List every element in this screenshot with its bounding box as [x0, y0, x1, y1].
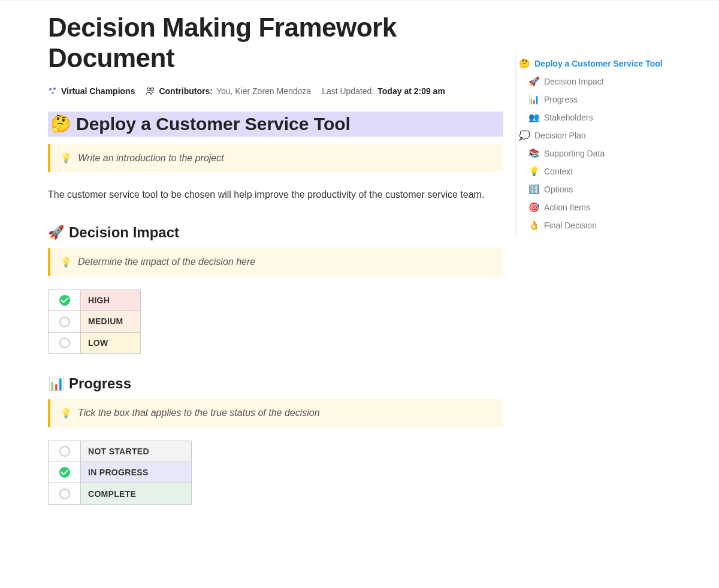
hint-callout-progress[interactable]: 💡 Tick the box that applies to the true … — [48, 399, 503, 427]
outline-item[interactable]: 📊Progress — [516, 91, 671, 108]
outline-item-icon: 👌 — [528, 220, 539, 231]
hint-text-intro: Write an introduction to the project — [78, 153, 224, 164]
team-name: Virtual Champions — [61, 86, 135, 96]
checkbox-cell[interactable] — [49, 483, 81, 504]
updated-chunk: Last Updated: Today at 2:09 am — [322, 86, 445, 96]
svg-point-0 — [49, 88, 52, 91]
meta-row: Virtual Champions Contributors: You, Kie… — [48, 86, 503, 96]
team-chunk[interactable]: Virtual Champions — [48, 86, 135, 96]
outline-item[interactable]: 💭Decision Plan — [516, 126, 671, 144]
outline-item[interactable]: 👌Final Decision — [516, 216, 671, 234]
bulb-icon: 💡 — [60, 152, 72, 164]
section-heading-progress: 📊 Progress — [48, 375, 503, 392]
table-row: COMPLETE — [49, 483, 192, 504]
hint-text-progress: Tick the box that applies to the true st… — [78, 408, 320, 418]
outline-item[interactable]: 🔢Options — [516, 180, 671, 198]
outline-item-label: Context — [544, 167, 573, 176]
outline-item-icon: 💭 — [519, 130, 530, 141]
contributors-chunk[interactable]: Contributors: You, Kier Zoren Mendoza — [146, 86, 311, 96]
section-banner-deploy: 🤔 Deploy a Customer Service Tool — [48, 111, 503, 137]
outline-item-label: Decision Impact — [544, 77, 604, 86]
check-circle-icon[interactable] — [59, 489, 70, 499]
checkbox-cell[interactable] — [49, 441, 81, 462]
table-row: IN PROGRESS — [49, 462, 192, 483]
team-icon — [48, 86, 58, 96]
section-heading-impact: 🚀 Decision Impact — [48, 224, 503, 241]
table-row: HIGH — [49, 290, 141, 310]
outline-item-label: Supporting Data — [544, 149, 605, 158]
choice-label: MEDIUM — [81, 311, 141, 332]
checkbox-cell[interactable] — [49, 290, 81, 310]
outline-item-label: Progress — [544, 95, 578, 104]
choice-label: NOT STARTED — [81, 441, 192, 462]
outline-item-icon: 🎯 — [528, 202, 539, 213]
choice-label: COMPLETE — [81, 483, 192, 504]
outline-item[interactable]: 🚀Decision Impact — [516, 73, 671, 91]
check-circle-checked-icon[interactable] — [59, 295, 70, 306]
svg-point-1 — [53, 88, 56, 90]
outline-item-label: Final Decision — [544, 221, 597, 230]
hint-callout-impact[interactable]: 💡 Determine the impact of the decision h… — [48, 248, 503, 276]
checkbox-cell[interactable] — [49, 332, 81, 353]
contributors-value: You, Kier Zoren Mendoza — [216, 86, 311, 96]
intro-paragraph[interactable]: The customer service tool to be chosen w… — [48, 188, 503, 203]
svg-point-4 — [151, 88, 154, 91]
page-title: Decision Making Framework Document — [48, 13, 503, 73]
outline-item-icon: 🔢 — [528, 184, 539, 195]
impact-table: HIGHMEDIUMLOW — [48, 290, 141, 354]
updated-label: Last Updated: — [322, 86, 374, 96]
choice-label: LOW — [81, 332, 141, 353]
impact-heading-text: Decision Impact — [69, 224, 179, 241]
thinking-icon: 🤔 — [50, 116, 71, 132]
bulb-icon: 💡 — [60, 257, 72, 268]
checkbox-cell[interactable] — [49, 311, 81, 332]
outline-item-icon: 📊 — [528, 94, 539, 105]
check-circle-checked-icon[interactable] — [59, 467, 70, 478]
hint-callout-intro[interactable]: 💡 Write an introduction to the project — [48, 144, 503, 172]
check-circle-icon[interactable] — [59, 337, 70, 348]
svg-point-2 — [52, 92, 54, 94]
contributors-label: Contributors: — [159, 86, 212, 96]
outline-item-icon: 💡 — [528, 166, 539, 177]
outline-item-icon: 🤔 — [519, 58, 530, 69]
document-outline: 🤔Deploy a Customer Service Tool🚀Decision… — [515, 55, 671, 234]
outline-item[interactable]: 👥Stakeholders — [516, 108, 671, 126]
outline-item-label: Action Items — [544, 203, 590, 212]
outline-item[interactable]: 🤔Deploy a Customer Service Tool — [516, 55, 671, 73]
outline-item-label: Stakeholders — [544, 113, 593, 122]
table-row: MEDIUM — [49, 311, 141, 332]
table-row: LOW — [49, 332, 141, 353]
outline-item-icon: 📚 — [528, 148, 539, 159]
choice-label: IN PROGRESS — [81, 462, 192, 483]
updated-value: Today at 2:09 am — [377, 86, 445, 96]
outline-item-icon: 👥 — [528, 112, 539, 123]
hint-text-impact: Determine the impact of the decision her… — [78, 257, 255, 267]
outline-item-label: Deploy a Customer Service Tool — [534, 59, 663, 68]
outline-item-icon: 🚀 — [528, 76, 539, 87]
outline-item-label: Options — [544, 185, 573, 194]
svg-point-3 — [147, 88, 150, 91]
check-circle-icon[interactable] — [59, 446, 70, 457]
checkbox-cell[interactable] — [49, 462, 81, 483]
outline-item[interactable]: 📚Supporting Data — [516, 144, 671, 162]
outline-item[interactable]: 🎯Action Items — [516, 198, 671, 216]
outline-item-label: Decision Plan — [534, 131, 586, 140]
choice-label: HIGH — [81, 290, 141, 310]
chart-icon: 📊 — [48, 377, 64, 390]
outline-item[interactable]: 💡Context — [516, 162, 671, 180]
bulb-icon: 💡 — [60, 408, 72, 419]
rocket-icon: 🚀 — [48, 226, 64, 239]
progress-heading-text: Progress — [69, 375, 131, 392]
progress-table: NOT STARTEDIN PROGRESSCOMPLETE — [48, 441, 192, 505]
table-row: NOT STARTED — [49, 441, 192, 462]
check-circle-icon[interactable] — [59, 316, 70, 327]
section-heading-deploy: Deploy a Customer Service Tool — [76, 114, 351, 134]
people-icon — [146, 86, 155, 96]
